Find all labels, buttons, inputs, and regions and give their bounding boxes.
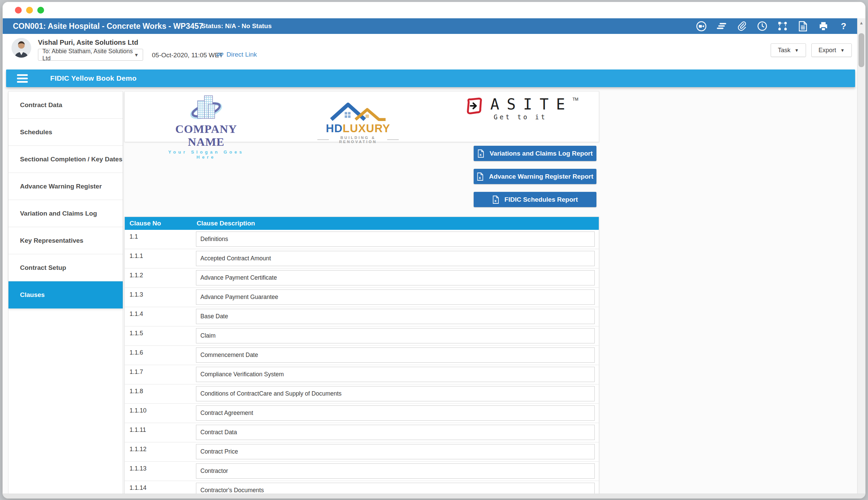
clause-no: 1.1.11 — [129, 427, 146, 434]
workspace-header: CON001: Asite Hospital - Concrete Works … — [3, 18, 865, 34]
form-title: FIDIC Yellow Book Demo — [50, 74, 137, 82]
excel-report-icon: x — [477, 149, 484, 158]
window-bottom-edge — [3, 493, 865, 498]
clause-description-input[interactable]: Contract Price — [196, 444, 595, 459]
direct-link-label: Direct Link — [226, 51, 257, 58]
vertical-scrollbar[interactable]: ▲ — [857, 18, 865, 494]
fidic-schedules-report-button[interactable]: x FIDIC Schedules Report — [474, 192, 596, 207]
table-row: 1.1.10Contract Agreement — [125, 404, 599, 423]
company-name-logo: COMPANY NAME Your Slogan Goes Here — [157, 93, 255, 160]
window-titlebar — [3, 2, 865, 18]
variations-claims-log-report-button[interactable]: x Variations and Claims Log Report — [474, 146, 596, 161]
recipient-dropdown-value: To: Abbie Statham, Asite Solutions Ltd — [42, 48, 134, 62]
logos-panel: COMPANY NAME Your Slogan Goes Here HDLUX… — [124, 91, 599, 142]
table-row: 1.1.2Advance Payment Certificate — [125, 269, 599, 288]
asite-logo: ASITETM Get to it — [465, 97, 578, 121]
link-icon — [216, 51, 224, 58]
column-header-clause-no: Clause No — [125, 220, 196, 227]
sidebar-item-sectional-completion[interactable]: Sectional Completion / Key Dates — [9, 146, 123, 173]
sidebar-menu: Contract Data Schedules Sectional Comple… — [9, 91, 123, 308]
clause-description-input[interactable]: Conditions of ContractCare and Supply of… — [196, 386, 595, 401]
video-icon[interactable] — [696, 21, 707, 32]
header-toolbar: ? — [696, 18, 849, 34]
clause-description-input[interactable]: Base Date — [196, 309, 595, 324]
buildings-logo-icon — [184, 93, 228, 123]
excel-report-icon: x — [477, 172, 484, 181]
form-body: Contract Data Schedules Sectional Comple… — [3, 87, 865, 494]
sidebar-item-key-representatives[interactable]: Key Representatives — [9, 227, 123, 254]
clause-description-input[interactable]: Commencement Date — [196, 348, 595, 363]
menu-icon[interactable] — [17, 72, 28, 84]
table-row: 1.1Definitions — [125, 230, 599, 249]
help-icon[interactable]: ? — [838, 21, 849, 32]
minimize-window-button[interactable] — [26, 7, 33, 13]
sidebar-item-contract-setup[interactable]: Contract Setup — [9, 254, 123, 281]
scrollbar-thumb[interactable] — [858, 33, 864, 67]
company-slogan-text: Your Slogan Goes Here — [157, 149, 255, 160]
asite-tagline: Get to it — [494, 113, 578, 121]
document-icon[interactable] — [798, 21, 808, 32]
chevron-down-icon: ▼ — [134, 52, 139, 58]
clause-no: 1.1.4 — [129, 310, 143, 318]
message-info-bar: Vishal Puri, Asite Solutions Ltd To: Abb… — [3, 34, 865, 66]
clause-no: 1.1.5 — [129, 330, 143, 337]
clauses-table: Clause No Clause Description 1.1Definiti… — [124, 217, 599, 498]
sidebar-item-contract-data[interactable]: Contract Data — [9, 92, 123, 118]
clause-no: 1.1.6 — [129, 349, 143, 356]
history-icon[interactable] — [757, 21, 768, 32]
clause-description-input[interactable]: Compliance Verification System — [196, 367, 595, 382]
sidebar-item-clauses[interactable]: Clauses — [9, 281, 123, 308]
print-icon[interactable] — [818, 21, 828, 32]
sidebar-item-schedules[interactable]: Schedules — [9, 118, 123, 146]
clause-no: 1.1.2 — [129, 272, 143, 279]
table-row: 1.1.7Compliance Verification System — [125, 365, 599, 384]
clause-no: 1.1 — [129, 233, 138, 240]
screenshot-stage: CON001: Asite Hospital - Concrete Works … — [0, 0, 868, 500]
hd-text: HD — [326, 122, 343, 135]
form-app-bar: FIDIC Yellow Book Demo — [6, 69, 855, 87]
clause-no: 1.1.12 — [129, 446, 146, 453]
message-timestamp: 05-Oct-2020, 11:05 WET — [152, 52, 223, 59]
clause-description-input[interactable]: Advance Payment Guarantee — [196, 289, 595, 305]
sidebar-item-variation-claims-log[interactable]: Variation and Claims Log — [9, 200, 123, 227]
roofs-logo-icon — [328, 100, 388, 122]
company-name-text: COMPANY NAME — [157, 123, 255, 148]
table-row: 1.1.5Claim — [125, 327, 599, 346]
chevron-down-icon: ▼ — [840, 48, 845, 53]
excel-report-icon: x — [492, 196, 499, 204]
clause-description-input[interactable]: Advance Payment Certificate — [196, 270, 595, 285]
clause-description-input[interactable]: Accepted Contract Amount — [196, 251, 595, 266]
form-sidebar: Contract Data Schedules Sectional Comple… — [8, 91, 123, 494]
status-label: Status: N/A - No Status — [201, 22, 272, 30]
table-row: 1.1.13Contractor — [125, 462, 599, 481]
clause-description-input[interactable]: Claim — [196, 328, 595, 343]
clause-no: 1.1.13 — [129, 465, 146, 472]
scroll-up-arrow-icon[interactable]: ▲ — [857, 18, 865, 27]
maximize-window-button[interactable] — [37, 7, 44, 13]
direct-link[interactable]: Direct Link — [216, 51, 257, 58]
task-button[interactable]: Task ▼ — [771, 43, 806, 57]
svg-text:x: x — [494, 198, 497, 202]
clause-description-input[interactable]: Contractor — [196, 463, 595, 479]
workflow-icon[interactable] — [777, 21, 788, 32]
attachment-icon[interactable] — [736, 21, 747, 32]
clause-description-input[interactable]: Contract Data — [196, 425, 595, 440]
table-row: 1.1.8Conditions of ContractCare and Supp… — [125, 384, 599, 404]
column-header-clause-description: Clause Description — [196, 220, 255, 227]
lines-icon[interactable] — [716, 21, 727, 32]
chevron-down-icon: ▼ — [794, 48, 799, 53]
recipient-dropdown[interactable]: To: Abbie Statham, Asite Solutions Ltd ▼ — [38, 49, 143, 61]
sidebar-item-advance-warning-register[interactable]: Advance Warning Register — [9, 173, 123, 200]
clause-no: 1.1.8 — [129, 388, 143, 395]
clause-no: 1.1.7 — [129, 368, 143, 376]
top-actions: Task ▼ Export ▼ — [771, 43, 852, 57]
asite-cube-icon — [465, 97, 483, 116]
clause-description-input[interactable]: Definitions — [196, 231, 595, 247]
advance-warning-register-report-button[interactable]: x Advance Warning Register Report — [474, 169, 596, 184]
export-button[interactable]: Export ▼ — [811, 43, 852, 57]
clause-no: 1.1.10 — [129, 407, 146, 414]
table-row: 1.1.3Advance Payment Guarantee — [125, 288, 599, 307]
sender-name: Vishal Puri, Asite Solutions Ltd — [38, 39, 138, 46]
clause-description-input[interactable]: Contract Agreement — [196, 406, 595, 421]
close-window-button[interactable] — [15, 7, 22, 13]
